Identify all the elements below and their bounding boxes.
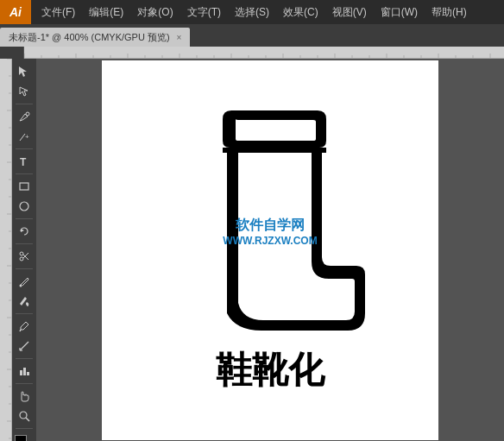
menu-window[interactable]: 窗口(W) bbox=[374, 0, 425, 24]
canvas-area: 软件自学网 WWW.RJZXW.COM 鞋靴化 bbox=[36, 59, 504, 441]
ellipse-tool[interactable] bbox=[14, 197, 35, 216]
svg-marker-54 bbox=[19, 66, 27, 77]
color-swatches[interactable] bbox=[15, 435, 34, 441]
menu-text[interactable]: 文字(T) bbox=[180, 0, 228, 24]
foreground-color-swatch[interactable] bbox=[15, 435, 27, 441]
document-tab[interactable]: 未标题-1* @ 400% (CMYK/GPU 预览) × bbox=[0, 28, 190, 47]
ruler-horizontal bbox=[24, 47, 504, 59]
svg-marker-55 bbox=[20, 87, 28, 96]
svg-point-56 bbox=[26, 112, 29, 116]
toolbar-separator-7 bbox=[16, 313, 33, 314]
svg-marker-61 bbox=[21, 229, 24, 232]
svg-rect-29 bbox=[0, 59, 12, 441]
toolbar-separator-2 bbox=[16, 148, 33, 149]
scissors-tool[interactable] bbox=[14, 247, 35, 266]
toolbar-separator-3 bbox=[16, 173, 33, 174]
ruler-vertical bbox=[0, 59, 12, 441]
svg-text:T: T bbox=[20, 156, 27, 167]
toolbar-separator-9 bbox=[16, 383, 33, 384]
menu-help[interactable]: 帮助(H) bbox=[425, 0, 474, 24]
main-area: + T bbox=[0, 59, 504, 441]
hand-tool[interactable] bbox=[14, 387, 35, 406]
zoom-tool[interactable] bbox=[14, 406, 35, 425]
menu-bar: Ai 文件(F) 编辑(E) 对象(O) 文字(T) 选择(S) 效果(C) 视… bbox=[0, 0, 504, 24]
svg-rect-72 bbox=[27, 372, 29, 375]
add-anchor-tool[interactable]: + bbox=[14, 127, 35, 146]
type-tool[interactable]: T bbox=[14, 152, 35, 171]
measure-tool[interactable] bbox=[14, 337, 35, 356]
artboard: 软件自学网 WWW.RJZXW.COM 鞋靴化 bbox=[102, 60, 438, 440]
svg-point-73 bbox=[20, 412, 27, 419]
fill-tool[interactable] bbox=[14, 292, 35, 311]
toolbar-separator-5 bbox=[16, 243, 33, 244]
rectangle-tool[interactable] bbox=[14, 177, 35, 196]
svg-rect-76 bbox=[230, 148, 319, 151]
svg-text:+: + bbox=[25, 133, 29, 141]
svg-point-63 bbox=[20, 257, 23, 261]
left-toolbar: + T bbox=[12, 59, 36, 441]
tab-close-button[interactable]: × bbox=[177, 33, 182, 42]
sock-artwork: 软件自学网 WWW.RJZXW.COM bbox=[171, 106, 369, 339]
graph-tool[interactable] bbox=[14, 362, 35, 381]
svg-line-67 bbox=[20, 342, 28, 350]
menu-select[interactable]: 选择(S) bbox=[228, 0, 276, 24]
svg-rect-70 bbox=[20, 370, 22, 375]
toolbar-separator-1 bbox=[16, 104, 33, 104]
svg-point-62 bbox=[20, 252, 23, 255]
svg-rect-71 bbox=[23, 368, 26, 375]
toolbar-separator-4 bbox=[16, 218, 33, 219]
selection-tool[interactable] bbox=[14, 62, 35, 81]
tab-title: 未标题-1* @ 400% (CMYK/GPU 预览) bbox=[9, 31, 170, 44]
rotate-tool[interactable] bbox=[14, 222, 35, 241]
direct-selection-tool[interactable] bbox=[14, 82, 35, 101]
eyedropper-tool[interactable] bbox=[14, 317, 35, 336]
tab-bar: 未标题-1* @ 400% (CMYK/GPU 预览) × bbox=[0, 24, 504, 47]
svg-point-60 bbox=[20, 202, 28, 211]
sock-text-label: 鞋靴化 bbox=[216, 346, 324, 394]
svg-line-74 bbox=[26, 418, 29, 421]
svg-rect-0 bbox=[24, 47, 504, 59]
menu-view[interactable]: 视图(V) bbox=[325, 0, 374, 24]
svg-point-66 bbox=[20, 285, 22, 287]
sock-icon bbox=[171, 106, 369, 339]
toolbar-separator-6 bbox=[16, 268, 33, 269]
menu-file[interactable]: 文件(F) bbox=[35, 0, 82, 24]
menu-object[interactable]: 对象(O) bbox=[130, 0, 180, 24]
svg-rect-59 bbox=[20, 183, 28, 190]
app-logo: Ai bbox=[0, 0, 31, 24]
paintbrush-tool[interactable] bbox=[14, 272, 35, 291]
menu-edit[interactable]: 编辑(E) bbox=[82, 0, 130, 24]
ruler-corner bbox=[0, 47, 24, 59]
pen-tool[interactable] bbox=[14, 107, 35, 126]
menu-items: 文件(F) 编辑(E) 对象(O) 文字(T) 选择(S) 效果(C) 视图(V… bbox=[31, 0, 474, 24]
menu-effect[interactable]: 效果(C) bbox=[276, 0, 325, 24]
toolbar-separator-10 bbox=[16, 428, 33, 429]
toolbar-separator-8 bbox=[16, 358, 33, 359]
